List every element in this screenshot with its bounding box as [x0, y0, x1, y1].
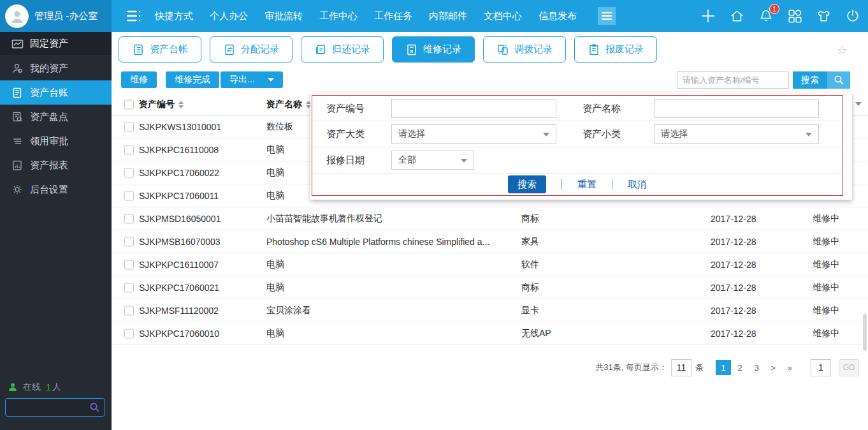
- cell-status: 维修中: [813, 282, 839, 293]
- page-button-2[interactable]: 2: [732, 360, 748, 375]
- asset-name-input[interactable]: [654, 99, 819, 118]
- menu-item-work-tasks[interactable]: 工作任务: [374, 10, 412, 22]
- tab-label: 归还记录: [332, 43, 370, 56]
- table-row[interactable]: SJKPMSF11120002 宝贝涂涂看 显卡 2017-12-28 维修中: [112, 299, 868, 322]
- row-checkbox[interactable]: [124, 306, 134, 315]
- search-icon[interactable]: [89, 402, 100, 413]
- row-checkbox[interactable]: [124, 329, 134, 338]
- cell-category: 软件: [521, 259, 539, 271]
- sidebar-item-backend-settings[interactable]: 后台设置: [0, 177, 112, 202]
- page-button-1[interactable]: 1: [716, 360, 731, 375]
- repair-done-button[interactable]: 维修完成: [166, 71, 219, 88]
- online-count: 1: [46, 382, 51, 392]
- more-menu-button[interactable]: [598, 7, 616, 25]
- filter-reset-button[interactable]: 重置: [577, 179, 597, 191]
- user-block[interactable]: 管理员 -办公室: [0, 0, 112, 32]
- category-select[interactable]: 请选择: [391, 124, 556, 144]
- last-page-button[interactable]: »: [782, 360, 797, 375]
- asset-no-input[interactable]: [391, 99, 556, 118]
- theme-shirt-icon[interactable]: [816, 8, 832, 24]
- cell-asset-no: SJKPMSF11120002: [139, 306, 219, 316]
- sidebar-item-label: 资产报表: [30, 159, 68, 172]
- favorite-star-icon[interactable]: ☆: [837, 43, 847, 57]
- select-all-checkbox[interactable]: [124, 100, 134, 110]
- user-name: 管理员 -办公室: [34, 10, 98, 22]
- filter-search-button[interactable]: 搜索: [508, 175, 546, 193]
- row-checkbox[interactable]: [124, 122, 134, 131]
- quick-search-input[interactable]: [677, 71, 789, 89]
- tab-return-records[interactable]: 归还记录: [301, 36, 384, 63]
- subcategory-select[interactable]: 请选择: [654, 124, 819, 144]
- cell-category: 家具: [521, 236, 539, 248]
- cell-date: 2017-12-28: [711, 260, 756, 270]
- row-checkbox[interactable]: [124, 260, 134, 269]
- row-checkbox[interactable]: [124, 237, 134, 246]
- sidebar-item-asset-inventory[interactable]: 资产盘点: [0, 105, 112, 129]
- cell-status: 维修中: [813, 305, 839, 316]
- menu-item-personal-office[interactable]: 个人办公: [210, 10, 248, 22]
- header-asset-no[interactable]: 资产编号: [139, 99, 184, 110]
- row-checkbox[interactable]: [124, 214, 134, 223]
- divider: [561, 179, 562, 190]
- sidebar-item-asset-reports[interactable]: 资产报表: [0, 153, 112, 177]
- tab-transfer-records[interactable]: 调拨记录: [483, 36, 566, 63]
- table-row[interactable]: SJKPKPC16110007 电脑 软件 2017-12-28 维修中: [112, 253, 868, 276]
- asset-name-label: 资产名称: [582, 102, 621, 114]
- cell-status: 维修中: [813, 213, 839, 225]
- search-button[interactable]: 搜索: [793, 71, 850, 89]
- sidebar-item-requisition-approval[interactable]: 领用审批: [0, 129, 112, 153]
- sidebar-search-input[interactable]: [10, 399, 85, 416]
- export-button[interactable]: 导出...: [221, 71, 283, 88]
- notifications-bell-icon[interactable]: 1: [758, 8, 774, 24]
- top-menu: 快捷方式 个人办公 审批流转 工作中心 工作任务 内部邮件 文档中心 信息发布: [155, 0, 577, 32]
- apps-grid-icon[interactable]: [787, 8, 802, 24]
- menu-item-shortcuts[interactable]: 快捷方式: [155, 10, 193, 22]
- table-row[interactable]: SJKPMSB16070003 Photoshop cS6 Multiple P…: [112, 230, 868, 253]
- sidebar-item-asset-ledger[interactable]: 资产台账: [0, 80, 112, 105]
- menu-item-internal-mail[interactable]: 内部邮件: [429, 10, 467, 22]
- cell-asset-name: 数位板: [266, 121, 293, 133]
- tab-asset-ledger[interactable]: 资产台帐: [119, 36, 201, 63]
- row-checkbox[interactable]: [124, 145, 134, 154]
- tab-allocation-records[interactable]: 分配记录: [210, 36, 293, 63]
- tab-scrap-records[interactable]: 报废记录: [574, 36, 657, 63]
- home-icon[interactable]: [729, 8, 745, 24]
- add-icon[interactable]: [700, 8, 716, 24]
- go-button[interactable]: GO: [839, 359, 859, 376]
- repair-date-select[interactable]: 全部: [391, 151, 474, 170]
- page-button-3[interactable]: 3: [749, 360, 764, 375]
- category-label: 资产大类: [326, 128, 365, 140]
- table-row[interactable]: SJKPKPC17060021 电脑 商标 2017-12-28 维修中: [112, 276, 868, 299]
- page-jump-input[interactable]: [811, 359, 831, 376]
- logout-power-icon[interactable]: [845, 8, 860, 24]
- column-settings-caret-icon[interactable]: [855, 102, 862, 106]
- sidebar-item-fixed-assets[interactable]: 固定资产: [0, 32, 112, 56]
- next-page-button[interactable]: >: [765, 360, 781, 375]
- row-checkbox[interactable]: [124, 168, 134, 177]
- row-checkbox[interactable]: [124, 283, 134, 292]
- repair-date-select-value: 全部: [398, 154, 416, 166]
- scrollbar-thumb[interactable]: [863, 314, 867, 351]
- nav-collapse-icon[interactable]: [125, 8, 143, 24]
- tab-repair-records[interactable]: 维修记录: [392, 36, 475, 63]
- menu-item-doc-center[interactable]: 文档中心: [484, 10, 522, 22]
- table-row[interactable]: SJKPKPC17060010 电脑 无线AP 2017-12-28 维修中: [112, 322, 868, 345]
- filter-cancel-button[interactable]: 取消: [628, 179, 647, 191]
- menu-item-approval-flow[interactable]: 审批流转: [264, 10, 303, 22]
- menu-item-work-center[interactable]: 工作中心: [319, 10, 358, 22]
- table-row[interactable]: SJKPMSD16050001 小苗苗智能故事机著作权登记 商标 2017-12…: [112, 207, 868, 230]
- row-checkbox[interactable]: [124, 191, 134, 200]
- cell-asset-name: 电脑: [266, 167, 284, 179]
- repair-button[interactable]: 维修: [121, 71, 157, 88]
- pagination: 共31条, 每页显示： 条 1 2 3 > » GO: [595, 359, 859, 376]
- header-asset-name[interactable]: 资产名称: [266, 99, 311, 110]
- page-size-input[interactable]: [671, 359, 691, 376]
- sort-icon[interactable]: [178, 101, 184, 108]
- ledger-icon: [132, 43, 145, 56]
- menu-item-info-publish[interactable]: 信息发布: [539, 10, 577, 22]
- stacked-list-icon: [11, 135, 23, 147]
- sidebar: 固定资产 我的资产 资产台账 资产盘点 领用审批: [0, 32, 112, 430]
- doc-magnifier-icon: [11, 111, 23, 122]
- cell-asset-name: 电脑: [266, 328, 284, 339]
- sidebar-item-my-assets[interactable]: 我的资产: [0, 56, 112, 80]
